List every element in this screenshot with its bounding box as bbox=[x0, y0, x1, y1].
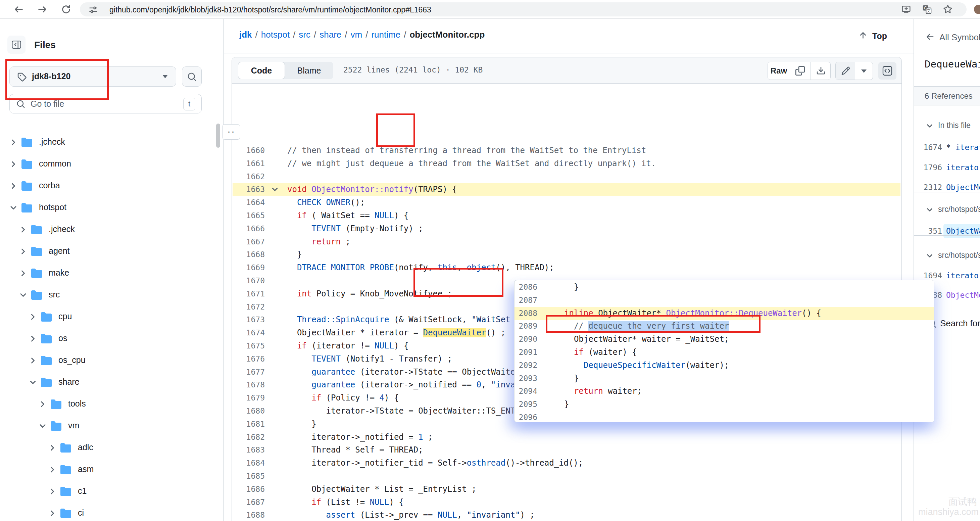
line-number-1662[interactable]: 1662 bbox=[232, 170, 265, 183]
chevron-right-icon[interactable] bbox=[48, 465, 57, 474]
breadcrumb-dir[interactable]: hotspot bbox=[261, 30, 290, 40]
chevron-right-icon[interactable] bbox=[19, 247, 28, 256]
address-bar[interactable]: github.com/openjdk/jdk/blob/jdk8-b120/ho… bbox=[80, 2, 967, 16]
line-number-1664[interactable]: 1664 bbox=[232, 196, 265, 209]
line-number-2089[interactable]: 2089 bbox=[517, 320, 537, 333]
tree-item-ci[interactable]: ci bbox=[3, 503, 212, 521]
sidebar-scrollbar[interactable] bbox=[216, 124, 220, 148]
raw-button[interactable]: Raw bbox=[768, 62, 790, 80]
line-number-1670[interactable]: 1670 bbox=[232, 274, 265, 287]
chevron-right-icon[interactable] bbox=[19, 269, 28, 278]
refresh-icon[interactable] bbox=[61, 4, 71, 14]
tree-item-.jcheck[interactable]: .jcheck bbox=[3, 220, 212, 239]
site-settings-icon[interactable] bbox=[89, 5, 98, 14]
tree-item-asm[interactable]: asm bbox=[3, 460, 212, 480]
line-number-1666[interactable]: 1666 bbox=[232, 222, 265, 235]
references-section-1[interactable]: src/hotspot/s bbox=[914, 202, 980, 219]
line-number-1669[interactable]: 1669 bbox=[232, 261, 265, 274]
reference-row-line-351[interactable]: 351ObjectWaiter* bbox=[914, 224, 980, 238]
references-section-0[interactable]: In this file bbox=[914, 118, 980, 135]
line-number-2087[interactable]: 2087 bbox=[517, 294, 537, 307]
chevron-right-icon[interactable] bbox=[48, 443, 57, 452]
line-number-1688[interactable]: 1688 bbox=[232, 508, 265, 521]
chevron-right-icon[interactable] bbox=[19, 225, 28, 234]
line-number-1667[interactable]: 1667 bbox=[232, 235, 265, 249]
chevron-right-icon[interactable] bbox=[38, 400, 47, 409]
line-number-1674[interactable]: 1674 bbox=[232, 326, 265, 339]
forward-icon[interactable] bbox=[38, 4, 48, 14]
collapse-sidebar-button[interactable] bbox=[7, 36, 25, 54]
line-number-1685[interactable]: 1685 bbox=[232, 470, 265, 483]
breadcrumb-dir[interactable]: vm bbox=[351, 30, 363, 40]
highlighted-symbol[interactable]: DequeueWaiter bbox=[423, 328, 486, 337]
line-number-1673[interactable]: 1673 bbox=[232, 313, 265, 326]
chevron-right-icon[interactable] bbox=[48, 508, 57, 518]
tree-item-hotspot[interactable]: hotspot bbox=[3, 198, 212, 218]
line-number-2088[interactable]: 2088 bbox=[517, 307, 537, 320]
install-app-icon[interactable] bbox=[902, 5, 911, 14]
back-icon[interactable] bbox=[13, 4, 24, 14]
line-number-2090[interactable]: 2090 bbox=[517, 333, 537, 346]
tree-item-vm[interactable]: vm bbox=[3, 416, 212, 436]
line-number-2091[interactable]: 2091 bbox=[517, 346, 537, 359]
line-number-2092[interactable]: 2092 bbox=[517, 359, 537, 372]
bookmark-star-icon[interactable] bbox=[943, 5, 953, 14]
fold-chevron-icon[interactable] bbox=[270, 185, 280, 194]
tree-item-agent[interactable]: agent bbox=[3, 242, 212, 261]
line-number-2093[interactable]: 2093 bbox=[517, 372, 537, 385]
edit-dropdown-button[interactable] bbox=[855, 62, 873, 80]
tree-item-src[interactable]: src bbox=[3, 285, 212, 305]
tab-blame[interactable]: Blame bbox=[285, 62, 333, 79]
reference-row-line-1796[interactable]: 1796iterator = De bbox=[914, 161, 980, 175]
tree-item-cpu[interactable]: cpu bbox=[3, 307, 212, 327]
reference-row-line-1674[interactable]: 1674* iterator = De bbox=[914, 140, 980, 155]
chevron-right-icon[interactable] bbox=[28, 334, 38, 343]
tree-item-corba[interactable]: corba bbox=[3, 176, 212, 196]
chevron-right-icon[interactable] bbox=[48, 487, 57, 496]
breadcrumb-repo[interactable]: jdk bbox=[239, 30, 252, 40]
line-number-2095[interactable]: 2095 bbox=[517, 398, 537, 411]
line-number-1683[interactable]: 1683 bbox=[232, 443, 265, 457]
line-number-1663[interactable]: 1663 bbox=[232, 183, 265, 196]
url-text[interactable]: github.com/openjdk/jdk/blob/jdk8-b120/ho… bbox=[110, 5, 431, 14]
line-number-1678[interactable]: 1678 bbox=[232, 378, 265, 392]
tree-item-os_cpu[interactable]: os_cpu bbox=[3, 351, 212, 370]
references-tab[interactable]: 6 References bbox=[914, 86, 980, 105]
chevron-right-icon[interactable] bbox=[28, 312, 38, 322]
line-number-1676[interactable]: 1676 bbox=[232, 352, 265, 366]
line-number-1681[interactable]: 1681 bbox=[232, 417, 265, 431]
chevron-down-icon[interactable] bbox=[28, 378, 38, 387]
translate-icon[interactable]: G文 bbox=[922, 5, 932, 14]
tree-item-share[interactable]: share bbox=[3, 373, 212, 392]
chevron-down-icon[interactable] bbox=[19, 290, 28, 300]
tree-item-common[interactable]: common bbox=[3, 155, 212, 174]
chevron-down-icon[interactable] bbox=[38, 421, 47, 431]
line-number-1679[interactable]: 1679 bbox=[232, 392, 265, 405]
breadcrumb-dir[interactable]: share bbox=[320, 30, 341, 40]
tree-item-c1[interactable]: c1 bbox=[3, 482, 212, 501]
breadcrumb-dir[interactable]: runtime bbox=[371, 30, 400, 40]
scroll-to-top-button[interactable]: Top bbox=[858, 30, 899, 46]
line-number-1677[interactable]: 1677 bbox=[232, 366, 265, 379]
tree-item-.jcheck[interactable]: .jcheck bbox=[3, 132, 212, 152]
line-number-1661[interactable]: 1661 bbox=[232, 157, 265, 170]
tree-item-make[interactable]: make bbox=[3, 263, 212, 283]
line-number-2094[interactable]: 2094 bbox=[517, 385, 537, 398]
chevron-down-icon[interactable] bbox=[9, 203, 18, 212]
tree-item-os[interactable]: os bbox=[3, 329, 212, 349]
profile-avatar[interactable] bbox=[974, 5, 980, 14]
tree-item-adlc[interactable]: adlc bbox=[3, 438, 212, 457]
line-number-1684[interactable]: 1684 bbox=[232, 457, 265, 470]
line-number-1660[interactable]: 1660 bbox=[232, 144, 265, 157]
line-number-1665[interactable]: 1665 bbox=[232, 209, 265, 222]
chevron-right-icon[interactable] bbox=[9, 181, 18, 191]
line-number-1686[interactable]: 1686 bbox=[232, 483, 265, 496]
code-section-menu-button[interactable]: ·· bbox=[222, 124, 240, 140]
symbols-panel-toggle-button[interactable] bbox=[878, 62, 896, 80]
tab-code[interactable]: Code bbox=[238, 62, 285, 79]
edit-button[interactable] bbox=[836, 62, 855, 80]
tree-search-button[interactable] bbox=[182, 67, 202, 87]
copy-button[interactable] bbox=[790, 62, 811, 80]
tree-item-tools[interactable]: tools bbox=[3, 394, 212, 414]
breadcrumb-dir[interactable]: src bbox=[299, 30, 310, 40]
